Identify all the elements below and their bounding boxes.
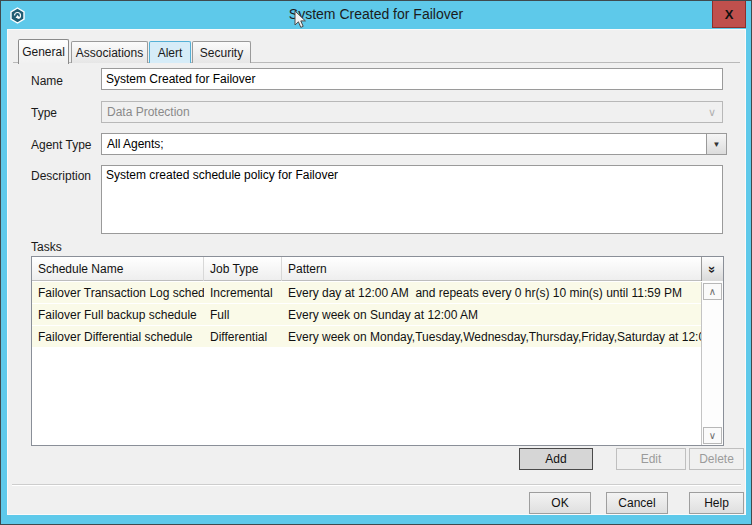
cell-schedule-name: Failover Full backup schedule	[32, 304, 204, 326]
vertical-scrollbar[interactable]: ∧ ∨	[701, 282, 723, 445]
agent-type-value: All Agents;	[102, 137, 706, 151]
agent-type-label: Agent Type	[31, 138, 92, 152]
double-chevron-down-icon: »	[705, 265, 720, 272]
tab-associations-label: Associations	[76, 46, 143, 60]
dialog-content: General Associations Alert Security Name…	[7, 29, 746, 515]
delete-button[interactable]: Delete	[689, 448, 744, 470]
tab-alert-label: Alert	[158, 46, 183, 60]
description-textarea[interactable]	[101, 165, 723, 234]
cell-pattern: Every week on Sunday at 12:00 AM	[282, 304, 701, 326]
name-input[interactable]	[101, 68, 723, 90]
tab-general-label: General	[22, 45, 65, 59]
cell-pattern: Every week on Monday,Tuesday,Wednesday,T…	[282, 326, 701, 348]
tasks-table: Schedule Name Job Type Pattern » Failove…	[31, 256, 724, 446]
tasks-section-label: Tasks	[31, 240, 62, 254]
column-header-job-type[interactable]: Job Type	[204, 257, 282, 281]
tasks-table-body: Failover Transaction Log schedule Increm…	[32, 282, 701, 445]
type-chevron-down-icon: ∨	[702, 106, 722, 119]
table-row[interactable]: Failover Full backup schedule Full Every…	[32, 304, 701, 326]
tab-security[interactable]: Security	[192, 41, 251, 63]
type-value: Data Protection	[102, 105, 702, 119]
ok-button[interactable]: OK	[529, 492, 591, 514]
type-combobox[interactable]: Data Protection ∨	[101, 101, 723, 123]
tab-associations[interactable]: Associations	[71, 41, 148, 63]
tab-alert[interactable]: Alert	[149, 41, 191, 63]
cell-job-type: Incremental	[204, 282, 282, 304]
add-button[interactable]: Add	[519, 448, 593, 470]
title-bar[interactable]: System Created for Failover X	[1, 1, 751, 29]
dialog-window: System Created for Failover X General As…	[0, 0, 752, 525]
agent-type-dropdown-button[interactable]: ▼	[706, 134, 726, 154]
help-button[interactable]: Help	[689, 492, 744, 514]
scroll-up-button[interactable]: ∧	[703, 283, 722, 300]
table-row[interactable]: Failover Differential schedule Different…	[32, 326, 701, 348]
edit-button[interactable]: Edit	[616, 448, 686, 470]
cell-pattern: Every day at 12:00 AM and repeats every …	[282, 282, 701, 304]
column-header-pattern[interactable]: Pattern	[282, 257, 701, 281]
cancel-button[interactable]: Cancel	[606, 492, 668, 514]
column-header-schedule-name[interactable]: Schedule Name	[32, 257, 204, 281]
tasks-table-header: Schedule Name Job Type Pattern »	[32, 257, 723, 281]
scroll-down-button[interactable]: ∨	[703, 427, 722, 444]
tab-general[interactable]: General	[18, 39, 69, 64]
dropdown-arrow-icon: ▼	[713, 140, 721, 149]
type-label: Type	[31, 106, 57, 120]
cell-job-type: Full	[204, 304, 282, 326]
agent-type-combobox[interactable]: All Agents; ▼	[101, 133, 727, 155]
cell-schedule-name: Failover Differential schedule	[32, 326, 204, 348]
cell-schedule-name: Failover Transaction Log schedule	[32, 282, 204, 304]
table-row[interactable]: Failover Transaction Log schedule Increm…	[32, 282, 701, 304]
close-button[interactable]: X	[712, 1, 746, 28]
column-options-button[interactable]: »	[701, 257, 723, 281]
tab-security-label: Security	[200, 46, 243, 60]
chevron-down-icon: ∨	[709, 430, 716, 441]
cell-job-type: Differential	[204, 326, 282, 348]
description-label: Description	[31, 169, 91, 183]
name-label: Name	[31, 74, 63, 88]
footer-separator	[12, 484, 741, 486]
chevron-up-icon: ∧	[709, 286, 716, 297]
window-title: System Created for Failover	[1, 6, 751, 22]
